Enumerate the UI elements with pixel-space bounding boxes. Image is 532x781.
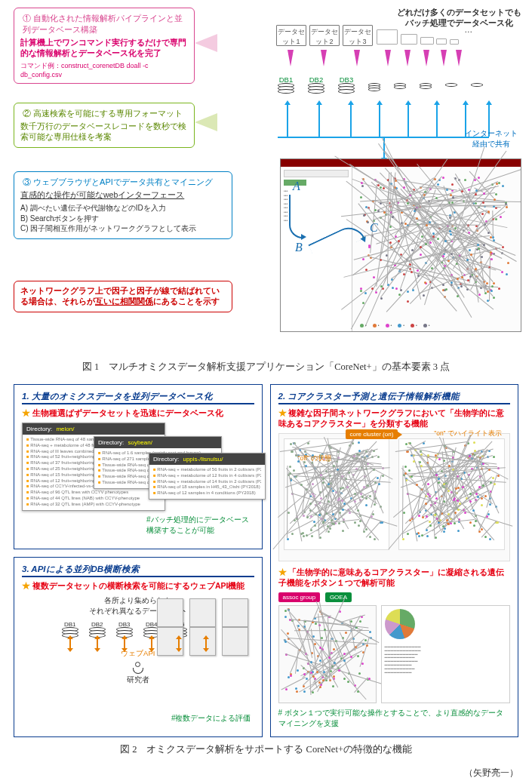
blue-arrow-3: [350, 104, 352, 137]
box-3-line-c: C) 因子間相互作用がネットワークグラフとして表示: [20, 223, 226, 234]
box-3-heading: 直感的な操作が可能なwebインターフェース: [20, 190, 226, 201]
arrow-down-1: [288, 50, 294, 66]
db-5: [394, 75, 406, 88]
network-graph: [355, 173, 518, 316]
box-4-body: ネットワークグラフ上で因子と因子が線で結ばれている場合は、それらが互いに相関関係…: [20, 286, 226, 307]
panel-3-title: 3. APIによる並列DB横断検索: [22, 564, 254, 577]
goea-left-graph: [278, 605, 377, 703]
panel-3-star: 複数データセットの横断検索を可能にするウェブAPI機能: [22, 581, 254, 592]
cluster-compare: core cluster (on) "off" の状態 "on" でハイライト表…: [278, 433, 511, 561]
goea-right-table: ▬▬▬▬▬▬▬▬▬▬▬▬▬▬▬▬▬▬▬▬▬▬▬▬▬▬▬▬▬▬▬▬▬▬▬▬▬▬▬▬…: [381, 605, 511, 703]
db-8: [471, 75, 483, 85]
panel-2-foot: # ボタン１つで実行可能な操作とすることで、より直感的なデータマイニングを支援: [278, 708, 511, 729]
db-6: [420, 75, 432, 88]
dataset-2: データセット2: [309, 25, 340, 46]
box-3-line-a: A) 調べたい遺伝子や代謝物などのIDを入力: [20, 203, 226, 214]
box-2-body: 数千万行のデータベースレコードを数秒で検索可能な専用仕様を考案: [20, 121, 188, 143]
box-3-browser: ③ ウェブブラウザとAPIでデータ共有とマイニング 直感的な操作が可能なwebイ…: [14, 171, 232, 239]
db-4: [368, 75, 380, 90]
marker-c: C: [370, 221, 378, 235]
internet-label: インターネット経由で共有: [465, 128, 518, 149]
db-row: DB1 DB2 DB3: [278, 75, 483, 92]
pie-icon: [385, 609, 415, 639]
arrow-down-5: [404, 50, 411, 66]
triangle-pink: [195, 34, 217, 52]
browser-canvas: • • • • • •: [352, 167, 521, 331]
off-label: "off" の状態: [298, 454, 332, 463]
panel-1: 1. 大量のオミクスデータを並列データベース化 生物種選ばずデータセットを迅速に…: [14, 384, 263, 549]
arrow-down-6: [423, 50, 429, 66]
figure-1: どれだけ多くのデータセットでも バッチ処理でデータベース化 ① 自動化された情報…: [14, 8, 518, 355]
cards-stack: Directory: melon/ Tissue-wide RNA-seq of…: [22, 423, 254, 536]
dataset-1: データセット1: [276, 25, 306, 46]
author: （矢野亮一）: [14, 767, 518, 779]
dataset-row: データセット1 データセット2 データセット3 …: [276, 25, 474, 46]
blue-arrow-1: [287, 104, 288, 137]
card-other: Directory: uppis-/lisnulsu/ RNA-seq + me…: [149, 453, 266, 500]
blue-arrow-2: [318, 104, 320, 137]
goea-result: ▬▬▬▬▬▬▬▬▬▬▬▬▬▬▬▬▬▬▬▬▬▬▬▬▬▬▬▬▬▬▬▬▬▬▬▬▬▬▬▬…: [278, 605, 511, 703]
arrow-down-2: [321, 50, 327, 66]
core-cluster-tag[interactable]: core cluster (on): [346, 429, 398, 439]
panel-1-star: 生物種選ばずデータセットを迅速にデータベース化: [22, 408, 254, 419]
marker-a: A: [293, 180, 300, 193]
assoc-group-button[interactable]: assoc group: [278, 592, 321, 602]
mini-cards: [154, 598, 251, 656]
arrow-down-8: [456, 50, 462, 66]
ellipsis: …: [464, 25, 474, 46]
box-1-title: ① 自動化された情報解析パイプラインと並列データベース構築: [20, 13, 188, 35]
box-3-line-b: B) Searchボタンを押す: [20, 214, 226, 224]
goea-buttons: assoc group GOEA: [278, 592, 511, 602]
db-3: DB3: [338, 75, 355, 92]
triangle-green: [195, 113, 217, 131]
goea-button[interactable]: GOEA: [325, 592, 352, 602]
result-rows: ▬▬▬▬▬▬▬▬▬▬▬▬▬▬▬▬▬▬▬▬▬▬▬▬▬▬▬▬▬▬▬▬▬▬▬▬▬▬▬▬…: [383, 644, 509, 701]
box-1-pipeline: ① 自動化された情報解析パイプラインと並列データベース構築 計算機上でワンコマン…: [14, 8, 195, 84]
panel-3: 3. APIによる並列DB横断検索 複数データセットの横断検索を可能にするウェブ…: [14, 557, 263, 737]
marker-b: B: [295, 241, 303, 254]
curve-a-b: [289, 195, 303, 238]
panel-2-substar: 「生物学的に意味あるコアクラスター」に凝縮される遺伝子機能をボタン１つで解析可能: [278, 567, 511, 589]
figure-2-caption: 図 2 オミクスデータ解析をサポートする CoreNet+の特徴的な機能: [14, 743, 518, 756]
panel-3-note: #複数データによる評価: [171, 713, 251, 724]
blue-arrow-4: [379, 104, 380, 137]
box-3-title: ③ ウェブブラウザとAPIでデータ共有とマイニング: [20, 177, 215, 188]
db-1: DB1: [278, 75, 294, 92]
dataset-3: データセット3: [343, 25, 373, 46]
panel-2: 2. コアクラスター予測と遺伝子情報解析機能 複雑な因子間ネットワークグラフにお…: [270, 384, 519, 737]
panel-2-title: 2. コアクラスター予測と遺伝子情報解析機能: [278, 391, 511, 404]
arrow-down-4: [385, 50, 391, 66]
panel-1-note: #バッチ処理的にデータベース構築することが可能: [146, 515, 252, 536]
box-2-title: ② 高速検索を可能にする専用フォーマット: [20, 108, 185, 119]
arrow-down-7: [441, 50, 447, 66]
db-7: [445, 75, 457, 85]
figure-2: 1. 大量のオミクスデータを並列データベース化 生物種選ばずデータセットを迅速に…: [14, 384, 518, 737]
box-4-network-note: ネットワークグラフ上で因子と因子が線で結ばれている場合は、それらが互いに相関関係…: [14, 281, 232, 312]
browser-titlebar: [281, 159, 521, 167]
researcher-icon: 研究者: [22, 662, 254, 685]
on-label: "on" でハイライト表示: [434, 429, 502, 438]
box-1-body: 計算機上でワンコマンド実行するだけで専門的な情報解析とデータベース化を完了: [20, 38, 188, 59]
panel-2-star: 複雑な因子間ネットワークグラフにおいて「生物学的に意味あるコアクラスター」を分類…: [278, 408, 511, 429]
blue-arrow-5: [407, 104, 409, 137]
panel-1-title: 1. 大量のオミクスデータを並列データベース化: [22, 391, 254, 404]
blue-arrow-6: [436, 104, 438, 137]
arrow-down-3: [354, 50, 360, 66]
figure-1-caption: 図 1 マルチオミクスデータ解析支援アプリケーション「CoreNet+」の基本要…: [14, 361, 518, 374]
box-1-command: コマンド例：construct_corenetDB doall -c db_co…: [20, 61, 188, 78]
db-2: DB2: [308, 75, 324, 92]
box-2-format: ② 高速検索を可能にする専用フォーマット 数千万行のデータベースレコードを数秒で…: [14, 103, 195, 148]
legend: • • • • • •: [360, 321, 518, 330]
